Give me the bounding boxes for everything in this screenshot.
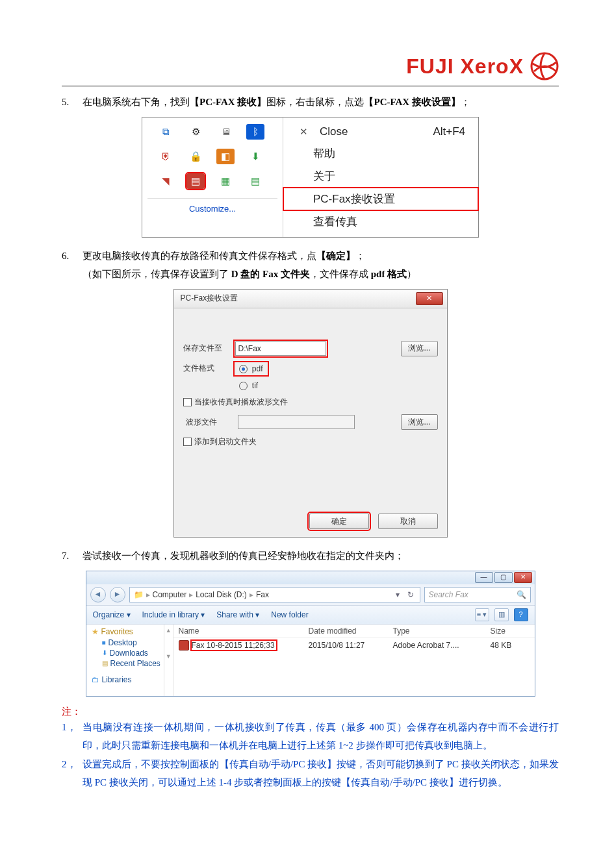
tray-customize-link[interactable]: Customize... [147, 198, 277, 215]
close-icon: ✕ [296, 126, 311, 138]
label-save-to: 保存文件至 [183, 343, 235, 354]
tray-icon[interactable]: ⚙ [186, 124, 205, 140]
pdf-icon [179, 640, 189, 651]
file-row[interactable]: Fax 10-8-2015 11;26;33 2015/10/8 11:27 A… [173, 638, 535, 652]
tray-icon[interactable]: 🖥 [216, 124, 235, 140]
checkbox-play-wave[interactable] [183, 398, 192, 406]
nav-libraries-header[interactable]: 🗀 Libraries [92, 675, 161, 684]
col-size[interactable]: Size [491, 626, 530, 636]
text-bold: D 盘的 Fax 文件夹 [229, 269, 310, 279]
column-headers[interactable]: Name Date modified Type Size [173, 625, 535, 638]
recent-icon: ▤ [102, 660, 108, 667]
window-minimize-button[interactable]: — [475, 572, 493, 583]
step-7: 7. 尝试接收一个传真，发现机器收到的传真已经安静地收在指定的文件夹内； [62, 547, 559, 565]
pcfax-tray-icon[interactable]: ▤ [186, 173, 205, 189]
tray-icon[interactable]: ◧ [216, 149, 235, 164]
menu-item-close[interactable]: ✕ Close Alt+F4 [283, 121, 478, 142]
col-date[interactable]: Date modified [309, 626, 393, 636]
search-placeholder: Search Fax [429, 590, 468, 599]
nav-item-desktop[interactable]: ■Desktop [92, 638, 161, 648]
nav-favorites-header[interactable]: ★ Favorites [92, 627, 161, 636]
menu-item-view-fax[interactable]: 查看传真 [283, 210, 478, 233]
nav-item-downloads[interactable]: ⬇Downloads [92, 648, 161, 658]
note-text: 当电脑没有连接一体机期间，一体机接收到了传真，传真（最多 400 页）会保存在机… [83, 718, 559, 755]
downloads-icon: ⬇ [102, 649, 107, 656]
toolbar-include-library[interactable]: Include in library ▾ [142, 610, 205, 619]
menu-item-about[interactable]: 关于 [283, 165, 478, 188]
tray-icon[interactable]: ⧉ [157, 124, 175, 140]
breadcrumb[interactable]: Fax [256, 590, 269, 599]
checkbox-add-startup-label: 添加到启动文件夹 [194, 436, 257, 447]
text-bold: 【PC-FAX 接收设置】 [364, 97, 460, 107]
text: 图标，右击鼠标，点选 [266, 97, 364, 107]
shortcut-text: Alt+F4 [433, 125, 465, 138]
ok-button[interactable]: 确定 [309, 514, 369, 529]
address-bar[interactable]: 📁 ▸ Computer ▸ Local Disk (D:) ▸ Fax ▾ ↻ [129, 587, 420, 602]
bluetooth-icon[interactable]: ᛒ [246, 124, 264, 140]
text-bold: 【PC-FAX 接收】 [190, 97, 266, 107]
step-5: 5. 在电脑系统右下角，找到【PC-FAX 接收】图标，右击鼠标，点选【PC-F… [62, 93, 559, 112]
nav-splitter[interactable]: ▲▼ [164, 625, 173, 696]
menu-item-help[interactable]: 帮助 [283, 142, 478, 165]
system-tray-popup: ⧉ ⚙ 🖥 ᛒ ⛨ 🔒 ◧ ⬇ ◥ ▤ ▦ ▤ Customize... [142, 118, 283, 237]
nav-forward-button[interactable]: ► [110, 587, 125, 602]
toolbar-new-folder[interactable]: New folder [271, 610, 308, 619]
checkbox-add-startup[interactable] [183, 438, 192, 446]
window-close-button[interactable]: ✕ [416, 292, 443, 305]
chevron-down-icon[interactable]: ▾ [392, 590, 403, 599]
figure-explorer-window: — ▢ ✕ ◄ ► 📁 ▸ Computer ▸ Local Disk (D:)… [86, 571, 535, 697]
tray-icon[interactable]: ▦ [216, 173, 235, 189]
text: ； [355, 251, 365, 261]
radio-pdf-label: pdf [252, 364, 263, 373]
text: ） [407, 269, 416, 279]
label-file-format: 文件格式 [183, 363, 235, 374]
note-number: 2， [62, 755, 83, 792]
checkbox-play-wave-label: 当接收传真时播放波形文件 [194, 397, 288, 408]
help-button[interactable]: ? [514, 608, 528, 621]
file-date: 2015/10/8 11:27 [309, 641, 393, 650]
step-number: 6. [62, 247, 83, 284]
toolbar-share-with[interactable]: Share with ▾ [216, 610, 259, 619]
cancel-button[interactable]: 取消 [378, 514, 438, 529]
col-type[interactable]: Type [393, 626, 491, 636]
text: 更改电脑接收传真的存放路径和传真文件保存格式，点 [83, 251, 316, 261]
step-number: 5. [62, 93, 83, 112]
browse-wave-button[interactable]: 浏览... [401, 414, 437, 430]
wave-file-field[interactable] [238, 415, 355, 429]
breadcrumb[interactable]: Computer [153, 590, 187, 599]
logo-sphere-icon [530, 52, 559, 81]
tray-icon[interactable]: ▤ [246, 173, 264, 189]
preview-pane-button[interactable]: ▥ [494, 608, 509, 621]
file-size: 48 KB [491, 641, 530, 650]
lock-icon[interactable]: 🔒 [186, 149, 205, 164]
nav-back-button[interactable]: ◄ [90, 587, 106, 602]
menu-item-pcfax-settings[interactable]: PC-Fax接收设置 [283, 188, 478, 210]
note-text: 设置完成后，不要按控制面板的【传真自动/手动/PC 接收】按键，否则可能切换到了… [83, 755, 559, 792]
tray-icon[interactable]: ◥ [157, 173, 175, 189]
browse-button[interactable]: 浏览... [401, 341, 437, 356]
refresh-icon[interactable]: ↻ [405, 590, 416, 599]
nav-item-recent[interactable]: ▤Recent Places [92, 658, 161, 669]
step-number: 7. [62, 547, 83, 565]
window-maximize-button[interactable]: ▢ [494, 572, 513, 583]
brand-logo: FUJI XeroX [62, 52, 559, 81]
radio-pdf[interactable] [239, 365, 248, 373]
search-input[interactable]: Search Fax 🔍 [424, 587, 531, 602]
col-name[interactable]: Name [179, 626, 309, 636]
radio-tif-label: tif [252, 381, 258, 390]
file-type: Adobe Acrobat 7.... [393, 641, 491, 650]
save-path-field[interactable]: D:\Fax [235, 341, 326, 356]
toolbar-organize[interactable]: Organize ▾ [93, 610, 131, 619]
text-bold: pdf 格式 [368, 269, 407, 279]
shield-icon[interactable]: ⛨ [157, 149, 175, 164]
window-close-button[interactable]: ✕ [514, 572, 532, 583]
figure-pcfax-settings-dialog: PC-Fax接收设置 ✕ 保存文件至 D:\Fax 浏览... 文件格式 pdf [173, 289, 448, 538]
breadcrumb[interactable]: Local Disk (D:) [196, 590, 247, 599]
logo-text: FUJI XeroX [406, 55, 524, 79]
note-1: 1， 当电脑没有连接一体机期间，一体机接收到了传真，传真（最多 400 页）会保… [62, 718, 559, 755]
view-options-button[interactable]: ≡ ▾ [475, 608, 489, 621]
note-number: 1， [62, 718, 83, 755]
text: （如下图所示，传真保存设置到了 [83, 269, 229, 279]
radio-tif[interactable] [239, 382, 248, 390]
tray-icon[interactable]: ⬇ [246, 149, 264, 164]
